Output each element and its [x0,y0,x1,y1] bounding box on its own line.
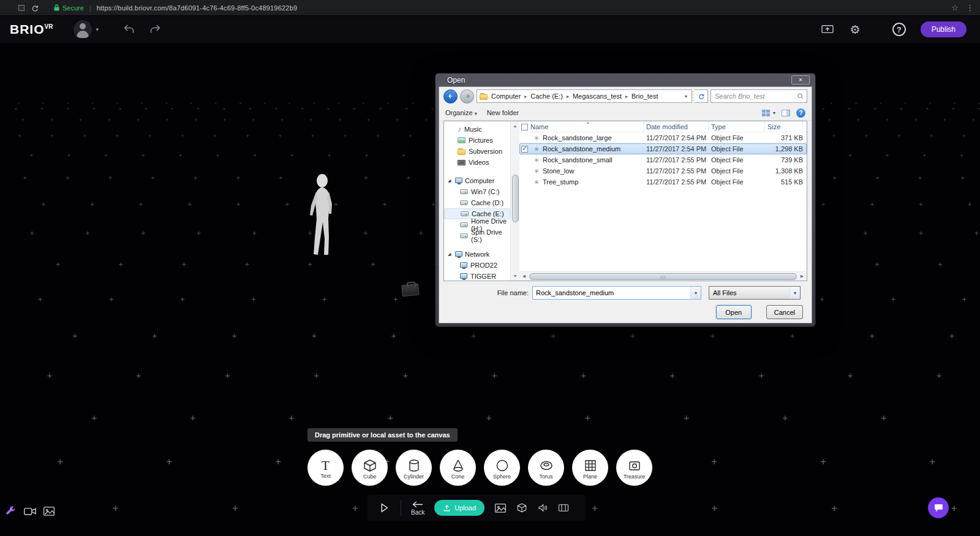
new-folder-button[interactable]: New folder [487,109,519,116]
nav-back-button[interactable] [443,89,458,104]
sidebar-item-music[interactable]: ♪Music [444,124,510,135]
table-row[interactable]: ✳ Stone_low 11/27/2017 2:55 PM Object Fi… [519,165,807,176]
avatar[interactable] [74,20,92,39]
nav-forward-button[interactable] [460,89,474,104]
table-row[interactable]: ✳ Rock_sandstone_large 11/27/2017 2:54 P… [519,132,807,143]
file-type-select[interactable]: All Files ▾ [709,286,801,300]
back-button[interactable]: Back [411,500,424,516]
breadcrumb-item[interactable]: Cache (E:) [530,92,563,100]
scroll-left-icon[interactable]: ◀ [519,274,529,279]
table-row[interactable]: ✳ Tree_stump 11/27/2017 2:55 PM Object F… [519,176,807,187]
primitive-plane[interactable]: Plane [572,450,608,486]
redo-icon[interactable] [149,24,161,35]
search-input[interactable] [715,92,797,100]
expander-icon[interactable]: ◢ [448,252,453,257]
secure-chip[interactable]: Secure | https://build.briovr.com/8a7d60… [54,4,297,12]
sidebar-item-pictures[interactable]: Pictures [444,135,510,146]
reload-icon[interactable] [31,4,39,12]
video-camera-icon[interactable] [23,506,37,516]
sidebar-group-network[interactable]: ◢Network [444,249,510,260]
column-header-date[interactable]: Date modified [644,121,709,132]
primitive-sphere[interactable]: Sphere [484,450,520,486]
breadcrumb-item[interactable]: Megascans_test [573,92,622,100]
primitive-cone[interactable]: Cone [440,450,476,486]
chat-button[interactable] [928,497,949,518]
scroll-down-icon[interactable]: ▼ [513,271,518,281]
upload-button[interactable]: Upload [434,500,484,516]
sidebar-item-tigger[interactable]: TIGGER [444,271,510,281]
image-asset-icon[interactable] [494,503,507,513]
table-row-selected[interactable]: ✳ Rock_sandstone_medium 11/27/2017 2:54 … [519,143,807,154]
scrollbar-thumb[interactable] [529,273,797,280]
audio-asset-icon[interactable] [537,502,548,513]
organize-button[interactable]: Organize▾ [445,109,477,116]
views-button[interactable]: ▾ [762,110,775,116]
model-asset-icon[interactable] [516,502,527,513]
column-header-type[interactable]: Type [709,121,765,132]
sidebar-item-subversion[interactable]: Subversion [444,146,510,157]
sidebar-item-prod22[interactable]: PROD22 [444,260,510,271]
horizontal-scrollbar[interactable]: ◀ ▶ [519,271,807,281]
scene-asset-icon[interactable] [558,503,569,513]
scrollbar-thumb[interactable] [512,175,519,222]
breadcrumb[interactable]: Computer ▸ Cache (E:) ▸ Megascans_test ▸… [477,89,692,103]
object-file-icon: ✳ [532,135,541,142]
help-icon[interactable]: ? [892,23,906,36]
primitive-cube[interactable]: Cube [352,450,388,486]
breadcrumb-item[interactable]: Brio_test [631,92,658,100]
primitive-cylinder[interactable]: Cylinder [396,450,432,486]
bookmark-star-icon[interactable]: ☆ [951,3,959,12]
sidebar-item-win7-c[interactable]: Win7 (C:) [444,186,510,197]
breadcrumb-separator-icon: ▸ [524,94,527,99]
image-frame-icon[interactable] [43,506,55,516]
sidebar-item-spin-drive-s[interactable]: Spin Drive (S:) [444,230,510,241]
open-button[interactable]: Open [716,305,752,319]
select-all-checkbox[interactable] [521,124,528,130]
browser-menu-icon[interactable]: ⋮ [966,3,974,12]
text-icon: T [322,459,330,472]
sidebar-item-cache-d[interactable]: Cache (D:) [444,197,510,208]
sidebar-group-computer[interactable]: ◢Computer [444,175,510,186]
secure-label: Secure [62,4,84,12]
column-header-size[interactable]: Size [765,121,803,132]
scroll-right-icon[interactable]: ▶ [797,274,807,279]
primitive-treasure[interactable]: Treasure [616,450,652,486]
wrench-tool-icon[interactable] [5,505,17,517]
play-button[interactable] [377,501,391,515]
dialog-help-icon[interactable]: ? [796,108,805,118]
nav-pane-scrollbar[interactable]: ▲ ▼ [510,121,519,281]
breadcrumb-item[interactable]: Computer [491,92,521,100]
briefcase-object[interactable] [401,284,420,297]
scroll-up-icon[interactable]: ▲ [513,121,518,130]
primitive-torus[interactable]: Torus [528,450,564,486]
gear-icon[interactable]: ⚙ [850,23,861,37]
cancel-button[interactable]: Cancel [766,305,803,319]
chevron-down-icon[interactable]: ▾ [690,287,701,299]
column-header-name[interactable]: Name [519,121,644,132]
logo-sub: VR [45,23,53,30]
primitive-text[interactable]: T Text [307,450,344,486]
drive-icon [460,189,468,194]
canvas-tooltip: Drag primitive or local asset to the can… [307,428,458,442]
expander-icon[interactable]: ◢ [448,178,453,183]
sidebar-item-videos[interactable]: Videos [444,157,510,168]
humanoid-figure[interactable] [304,173,341,259]
row-checkbox[interactable] [521,146,528,153]
breadcrumb-dropdown-icon[interactable]: ▾ [683,94,689,99]
close-icon[interactable]: × [791,75,810,85]
videos-icon [458,160,466,165]
dialog-titlebar[interactable]: Open × [439,74,812,86]
preview-pane-icon[interactable] [782,110,790,116]
url-text[interactable]: https://build.briovr.com/8a7d6091-4c76-4… [97,4,298,12]
present-icon[interactable] [821,24,834,35]
undo-icon[interactable] [123,24,135,35]
table-row[interactable]: ✳ Rock_sandstone_small 11/27/2017 2:55 P… [519,154,807,165]
object-file-icon: ✳ [532,157,541,164]
chevron-down-icon[interactable]: ▾ [96,26,99,32]
pictures-icon [458,137,466,143]
chevron-down-icon[interactable]: ▾ [790,287,800,299]
publish-button[interactable]: Publish [921,21,967,37]
file-name-combobox[interactable]: Rock_sandstone_medium ▾ [532,286,701,300]
refresh-button[interactable] [695,89,708,103]
dialog-search[interactable] [710,89,807,103]
